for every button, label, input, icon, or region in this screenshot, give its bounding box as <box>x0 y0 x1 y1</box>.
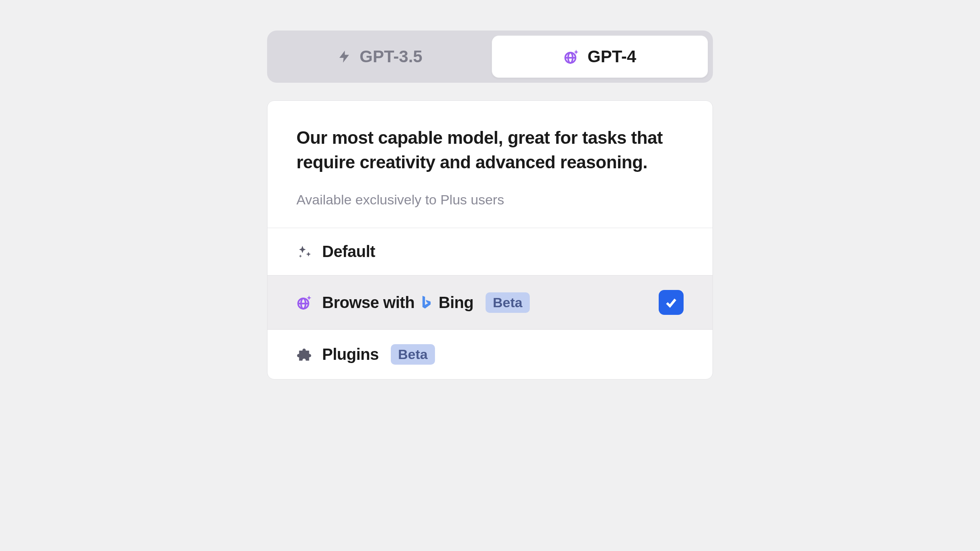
option-label-prefix: Browse with <box>322 294 414 312</box>
model-toggle-group: GPT-3.5 GPT-4 <box>267 31 713 83</box>
globe-sparkle-icon <box>296 294 312 310</box>
lightning-icon <box>337 49 351 64</box>
model-description: Our most capable model, great for tasks … <box>296 126 684 174</box>
model-selector: GPT-3.5 GPT-4 Our most capable model, gr… <box>267 31 713 380</box>
option-plugins[interactable]: Plugins Beta <box>267 330 713 379</box>
option-label-suffix: Bing <box>439 294 474 312</box>
option-label: Plugins <box>322 345 379 363</box>
bing-icon <box>420 295 433 310</box>
toggle-gpt-4[interactable]: GPT-4 <box>492 35 708 78</box>
toggle-label: GPT-3.5 <box>359 47 422 66</box>
checkbox-checked[interactable] <box>659 290 684 315</box>
puzzle-icon <box>296 347 312 363</box>
option-label: Default <box>322 243 375 261</box>
description-section: Our most capable model, great for tasks … <box>267 101 713 228</box>
toggle-gpt-3-5[interactable]: GPT-3.5 <box>272 35 488 78</box>
toggle-label: GPT-4 <box>588 47 636 66</box>
availability-note: Available exclusively to Plus users <box>296 192 684 208</box>
checkmark-icon <box>664 295 678 310</box>
option-label-group: Browse with Bing <box>322 294 474 312</box>
sparkles-icon <box>296 244 312 260</box>
beta-badge: Beta <box>391 344 435 365</box>
model-details-card: Our most capable model, great for tasks … <box>267 100 713 380</box>
option-browse-bing[interactable]: Browse with Bing Beta <box>267 276 713 330</box>
globe-sparkle-icon <box>564 49 580 65</box>
beta-badge: Beta <box>486 292 530 313</box>
option-default[interactable]: Default <box>267 228 713 276</box>
